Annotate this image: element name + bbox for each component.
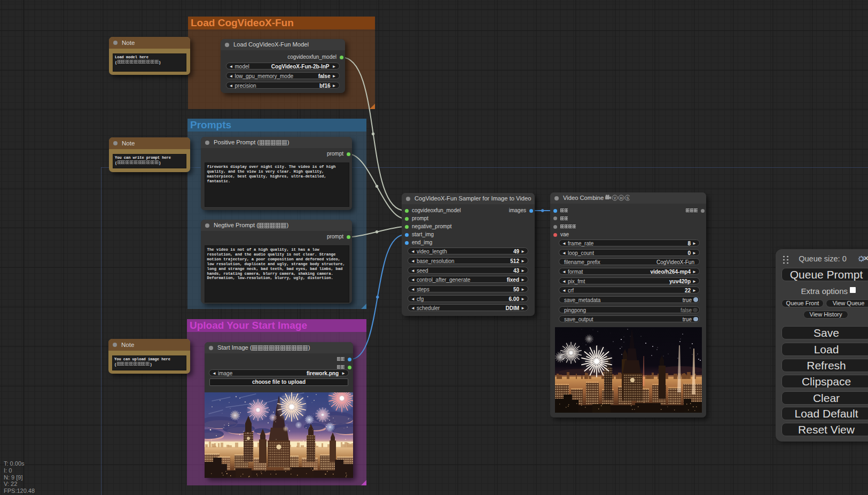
svg-text:V: V <box>614 196 616 200</box>
svg-text:S: S <box>627 196 629 200</box>
svg-text:H: H <box>620 196 623 200</box>
